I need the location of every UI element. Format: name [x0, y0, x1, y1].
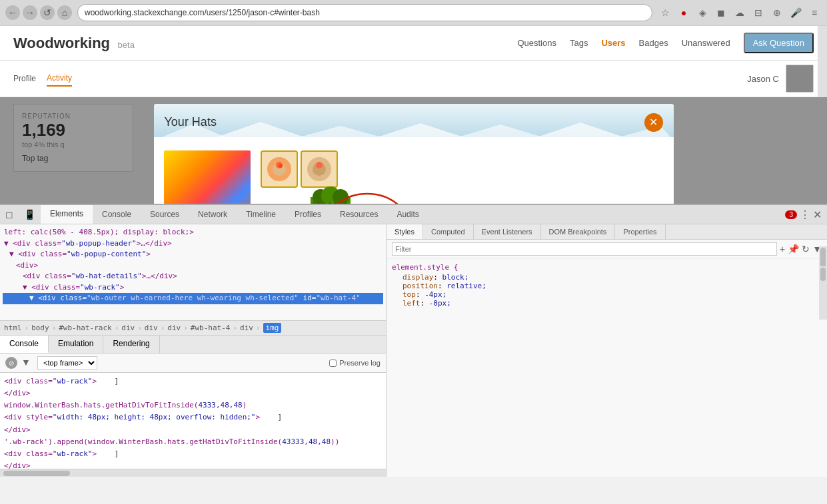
forward-button[interactable]: → — [23, 5, 37, 20]
html-line-2: ▼ <div class="wb-popup-header">…</div> — [3, 238, 383, 250]
console-line-1: <div class="wb-rack"> ] — [4, 376, 382, 387]
browser-chrome: ← → ↺ ⌂ woodworking.stackexchange.com/us… — [0, 0, 827, 26]
html-line-7[interactable]: ▼ <div class="wb-outer wh-earned-here wh… — [3, 293, 383, 304]
ext-icon3[interactable]: ◼ — [714, 5, 728, 20]
breadcrumb-div2[interactable]: div — [145, 324, 158, 332]
preserve-log-checkbox[interactable] — [329, 360, 337, 367]
home-button[interactable]: ⌂ — [57, 5, 72, 20]
devtools-tabs-bar: ◻ 📱 Elements Console Sources Network Tim… — [0, 205, 827, 224]
devtools-close-button[interactable]: ✕ — [813, 208, 822, 221]
breadcrumb-div1[interactable]: div — [121, 324, 135, 332]
hat-1[interactable] — [261, 150, 298, 188]
profile-tabs-row: Profile Activity Jason C — [0, 61, 827, 97]
modal-title: Your Hats — [165, 115, 217, 129]
console-tabs-bar: Console Emulation Rendering — [0, 335, 386, 354]
hats-area: 1 — [261, 150, 664, 204]
elements-panel: left: calc(50% - 408.5px); display: bloc… — [0, 224, 387, 477]
ext-icon1[interactable]: ● — [676, 5, 691, 20]
console-clear-button[interactable]: ⊘ — [5, 357, 17, 369]
ext-icon4[interactable]: ☁ — [732, 5, 747, 20]
tab-activity[interactable]: Activity — [47, 71, 72, 87]
site-nav: Questions Tags Users Badges Unanswered — [517, 38, 730, 48]
console-hscrollbar-thumb[interactable] — [3, 471, 70, 476]
modal-dialog: Your Hats ✕ — [154, 104, 674, 204]
tab-elements[interactable]: Elements — [41, 205, 93, 224]
css-prop-position: position: relative; — [403, 282, 822, 290]
console-hscrollbar[interactable] — [0, 469, 386, 477]
style-refresh-button[interactable]: ↻ — [802, 244, 810, 254]
devtools-icon-device[interactable]: 📱 — [19, 205, 41, 224]
console-line-8: </div> — [4, 460, 382, 469]
breadcrumb-wb-hat-4[interactable]: #wb-hat-4 — [191, 324, 231, 332]
html-line-6: ▼ <div class="wb-rack"> — [3, 282, 383, 294]
logo-sub: beta — [118, 40, 135, 50]
html-line-3: ▼ <div class="wb-popup-content"> — [3, 249, 383, 260]
preserve-log-label: Preserve log — [339, 359, 381, 367]
back-button[interactable]: ← — [5, 5, 20, 20]
console-tab[interactable]: Console — [0, 336, 49, 353]
styles-panel: Styles Computed Event Listeners DOM Brea… — [387, 224, 827, 477]
breadcrumb-html[interactable]: html — [4, 324, 22, 332]
preserve-log-area: Preserve log — [329, 359, 381, 367]
ask-question-button[interactable]: Ask Question — [744, 33, 814, 53]
mountain-svg — [154, 121, 674, 140]
elements-vscrollbar-thumb[interactable] — [820, 248, 826, 268]
svg-point-14 — [316, 162, 323, 168]
tab-audits[interactable]: Audits — [387, 206, 428, 223]
nav-badges[interactable]: Badges — [639, 38, 668, 48]
ext-icon2[interactable]: ◈ — [695, 5, 710, 20]
star-icon[interactable]: ☆ — [658, 5, 672, 20]
menu-icon[interactable]: ≡ — [807, 5, 822, 20]
breadcrumb-div4[interactable]: div — [240, 324, 253, 332]
nav-tags[interactable]: Tags — [570, 38, 588, 48]
modal-overlay[interactable]: Your Hats ✕ — [0, 97, 827, 204]
modal-body: 1 — [154, 140, 674, 204]
annotation-arrow: 1 — [314, 190, 460, 204]
rendering-tab[interactable]: Rendering — [103, 336, 159, 353]
nav-unanswered[interactable]: Unanswered — [682, 38, 730, 48]
console-filter-button[interactable]: ▼ — [21, 357, 33, 369]
frame-selector[interactable]: <top frame> — [37, 356, 97, 370]
css-prop-left: left: -0px; — [403, 299, 822, 308]
breadcrumb-img[interactable]: img — [263, 323, 282, 333]
styles-filter-input[interactable] — [392, 242, 777, 256]
html-line-1: left: calc(50% - 408.5px); display: bloc… — [3, 227, 383, 238]
tab-console[interactable]: Console — [93, 206, 141, 223]
styles-content: element.style { display: block; position… — [387, 259, 827, 477]
event-listeners-tab[interactable]: Event Listeners — [474, 224, 541, 239]
url-text: woodworking.stackexchange.com/users/1250… — [85, 8, 320, 17]
tab-timeline[interactable]: Timeline — [237, 206, 285, 223]
tab-network[interactable]: Network — [189, 206, 237, 223]
modal-close-button[interactable]: ✕ — [644, 113, 663, 132]
emulation-tab[interactable]: Emulation — [49, 336, 103, 353]
tab-profiles[interactable]: Profiles — [285, 206, 331, 223]
styles-filter-bar: + 📌 ↻ ▼ — [387, 240, 827, 259]
devtools-panel-wrapper: left: calc(50% - 408.5px); display: bloc… — [0, 224, 827, 477]
devtools-more-button[interactable]: ⋮ — [800, 208, 810, 221]
tab-resources[interactable]: Resources — [331, 206, 387, 223]
dom-breakpoints-tab[interactable]: DOM Breakpoints — [541, 224, 616, 239]
styles-tab[interactable]: Styles — [387, 224, 423, 239]
nav-users[interactable]: Users — [601, 38, 625, 48]
styles-vscrollbar-thumb[interactable] — [820, 268, 826, 281]
tab-sources[interactable]: Sources — [141, 206, 189, 223]
style-add-button[interactable]: + — [780, 244, 785, 254]
svg-point-32 — [324, 194, 411, 204]
ext-icon6[interactable]: ⊕ — [770, 5, 784, 20]
nav-questions[interactable]: Questions — [517, 38, 556, 48]
style-pin-button[interactable]: 📌 — [788, 244, 799, 254]
computed-tab[interactable]: Computed — [423, 224, 474, 239]
reload-button[interactable]: ↺ — [40, 5, 55, 20]
styles-vscrollbar[interactable] — [819, 266, 827, 320]
breadcrumb-body[interactable]: body — [31, 324, 49, 332]
console-line-6: '.wb-rack').append(window.WinterBash.hat… — [4, 436, 382, 448]
devtools-icon-inspect[interactable]: ◻ — [0, 205, 19, 224]
breadcrumb-wb-hat-rack[interactable]: #wb-hat-rack — [59, 324, 111, 332]
ext-icon5[interactable]: ⊟ — [751, 5, 766, 20]
console-line-3: window.WinterBash.hats.getHatDivToFitIns… — [4, 399, 382, 411]
ext-icon7[interactable]: 🎤 — [788, 5, 803, 20]
tab-profile[interactable]: Profile — [13, 71, 36, 86]
breadcrumb-div3[interactable]: div — [167, 324, 181, 332]
properties-tab[interactable]: Properties — [615, 224, 665, 239]
address-bar[interactable]: woodworking.stackexchange.com/users/1250… — [77, 4, 652, 21]
